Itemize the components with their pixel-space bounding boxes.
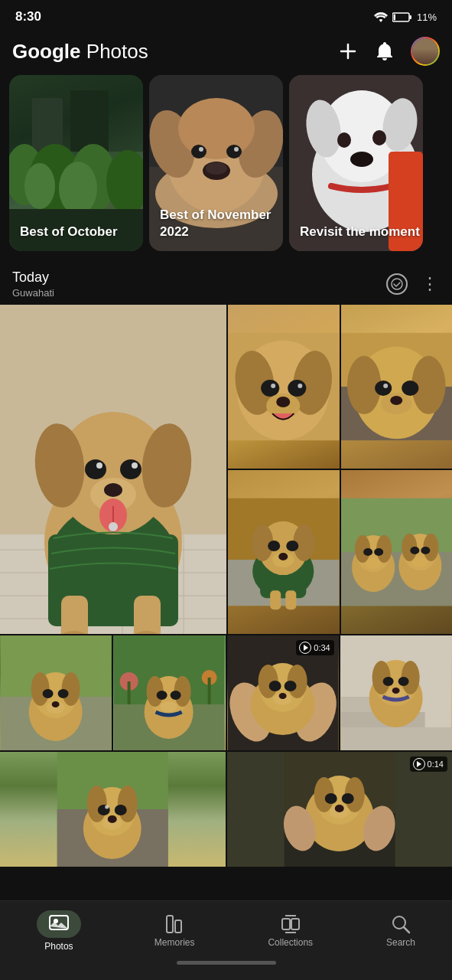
svg-point-119 — [43, 689, 54, 698]
svg-point-134 — [171, 691, 181, 700]
svg-point-110 — [410, 547, 419, 554]
photo-6[interactable] — [0, 635, 112, 750]
svg-point-31 — [337, 132, 351, 148]
search-icon — [391, 914, 411, 934]
svg-point-146 — [278, 693, 286, 699]
more-options-button[interactable]: ⋮ — [421, 274, 440, 294]
svg-point-35 — [392, 279, 402, 289]
svg-rect-186 — [282, 919, 290, 929]
photo-grid: 0:34 — [0, 305, 452, 867]
today-title: Today — [12, 270, 54, 286]
logo-photos: Photos — [81, 40, 148, 63]
notifications-button[interactable] — [374, 41, 395, 62]
photo-2[interactable] — [228, 305, 340, 469]
today-info: Today Guwahati — [12, 270, 54, 299]
video-duration-badge-2: 0:14 — [410, 756, 447, 772]
photo-7[interactable] — [0, 752, 226, 867]
battery-icon — [392, 12, 412, 22]
svg-point-111 — [421, 547, 430, 554]
svg-point-70 — [271, 384, 275, 388]
svg-point-60 — [104, 483, 122, 497]
svg-point-56 — [120, 459, 141, 479]
photo-3[interactable] — [341, 305, 453, 469]
today-location: Guwahati — [12, 287, 54, 299]
svg-point-71 — [298, 384, 302, 388]
grid-row-1 — [0, 305, 452, 634]
svg-point-33 — [350, 152, 373, 167]
highlight-card-3[interactable]: Revisit the moment — [289, 75, 423, 251]
svg-rect-128 — [208, 678, 211, 704]
svg-rect-187 — [291, 919, 299, 929]
highlight-card-1[interactable]: Best of October — [9, 75, 143, 251]
nav-label-memories: Memories — [154, 937, 195, 948]
svg-point-143 — [268, 681, 281, 691]
svg-point-155 — [382, 677, 393, 686]
svg-point-133 — [157, 691, 167, 700]
svg-point-32 — [372, 130, 386, 145]
svg-point-156 — [398, 677, 408, 686]
photos-icon — [49, 913, 69, 932]
svg-rect-1 — [409, 15, 411, 19]
select-all-button[interactable] — [386, 273, 408, 295]
today-actions: ⋮ — [386, 273, 440, 295]
svg-point-144 — [284, 681, 296, 691]
svg-rect-5 — [70, 90, 109, 152]
play-icon-2 — [413, 758, 425, 770]
nav-collections[interactable]: Collections — [252, 911, 328, 951]
svg-rect-4 — [32, 98, 63, 152]
logo-google: Google — [12, 40, 81, 63]
grid-row-2: 0:34 — [0, 635, 452, 750]
video-duration-badge: 0:34 — [296, 640, 333, 655]
wifi-icon — [374, 12, 388, 22]
grid-small-col — [228, 305, 452, 634]
svg-point-21 — [226, 145, 242, 158]
svg-rect-148 — [340, 727, 451, 750]
svg-point-179 — [334, 805, 343, 812]
svg-point-112 — [412, 557, 428, 567]
svg-line-191 — [404, 927, 409, 933]
status-time: 8:30 — [15, 9, 41, 24]
photo-4[interactable] — [228, 470, 340, 634]
svg-point-79 — [375, 381, 392, 396]
highlight-label-3: Revisit the moment — [300, 224, 420, 240]
svg-point-58 — [132, 462, 138, 469]
svg-point-169 — [108, 815, 117, 823]
grid-small-row-bottom — [228, 470, 452, 634]
photo-1[interactable] — [0, 305, 226, 634]
nav-photos[interactable]: Photos — [21, 907, 96, 955]
grid-row-3: 0:14 — [0, 752, 452, 867]
svg-point-57 — [96, 462, 102, 469]
app-header: Google Photos — [0, 31, 452, 75]
memories-icon — [164, 914, 184, 934]
photo-5[interactable] — [341, 470, 453, 634]
photo-8[interactable]: 0:14 — [227, 752, 453, 867]
svg-rect-96 — [285, 590, 296, 609]
photo-9[interactable] — [113, 635, 225, 750]
play-icon — [299, 642, 311, 654]
highlight-card-2[interactable]: Best of November 2022 — [149, 75, 283, 251]
svg-point-22 — [199, 147, 203, 152]
svg-point-20 — [191, 145, 206, 158]
status-icons: 11% — [374, 11, 437, 23]
highlight-label-2: Best of November 2022 — [160, 207, 283, 240]
nav-pill-photos — [37, 910, 81, 938]
add-button[interactable] — [337, 41, 359, 62]
highlight-label-1: Best of October — [20, 224, 118, 240]
svg-point-164 — [118, 786, 138, 822]
avatar[interactable] — [411, 37, 440, 66]
svg-rect-95 — [270, 590, 281, 609]
app-logo: Google Photos — [12, 40, 148, 64]
svg-point-177 — [341, 793, 353, 804]
svg-rect-2 — [393, 14, 395, 20]
photo-10[interactable]: 0:34 — [227, 635, 339, 750]
svg-rect-49 — [134, 596, 161, 634]
svg-point-63 — [109, 522, 118, 531]
svg-point-92 — [286, 541, 298, 551]
svg-point-94 — [278, 553, 288, 560]
photo-11[interactable] — [340, 635, 452, 750]
nav-memories[interactable]: Memories — [139, 911, 210, 951]
svg-point-122 — [52, 701, 60, 707]
svg-point-105 — [366, 558, 381, 569]
nav-search[interactable]: Search — [371, 911, 431, 951]
svg-point-19 — [178, 98, 255, 159]
